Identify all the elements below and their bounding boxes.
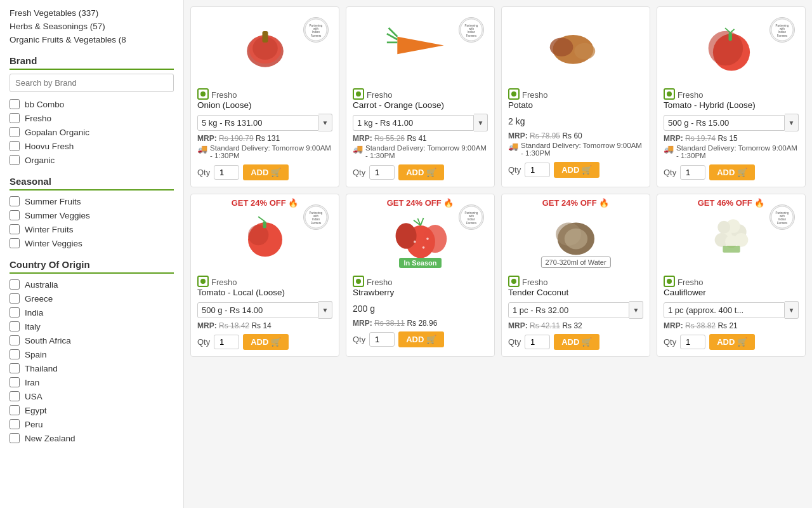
seasonal-checkbox-item[interactable]: Summer Fruits	[10, 194, 174, 208]
brand-checkbox[interactable]	[10, 113, 20, 123]
seasonal-checkbox[interactable]	[10, 210, 20, 220]
seasonal-checkbox[interactable]	[10, 224, 20, 234]
mrp-line: MRP: Rs 38.11 Rs 28.96	[353, 319, 488, 328]
price-dropdown-arrow-icon[interactable]: ▼	[785, 114, 799, 131]
price-dropdown-arrow-icon[interactable]: ▼	[318, 114, 332, 131]
delivery-info: 🚚Standard Delivery: Tomorrow 9:00AM - 1:…	[197, 144, 332, 159]
country-checkbox-item[interactable]: Thailand	[10, 361, 174, 375]
price-dropdown-arrow-icon[interactable]: ▼	[318, 301, 332, 319]
seasonal-checkbox-item[interactable]: Summer Veggies	[10, 208, 174, 222]
country-checkbox-item[interactable]: Spain	[10, 347, 174, 361]
country-checkbox-item[interactable]: USA	[10, 389, 174, 403]
add-to-cart-button[interactable]: ADD 🛒	[243, 334, 289, 350]
brand-checkbox[interactable]	[10, 141, 20, 151]
svg-rect-33	[263, 222, 266, 229]
country-checkbox-item[interactable]: Australia	[10, 277, 174, 291]
add-to-cart-button[interactable]: ADD 🛒	[243, 164, 289, 180]
product-name: Cauliflower	[664, 288, 799, 297]
sidebar-category-item[interactable]: Herbs & Seasonings (57)	[10, 20, 174, 33]
fresho-partners-logo: PartneringwithIndianFarmers	[459, 17, 484, 43]
qty-input[interactable]	[369, 165, 395, 180]
country-checkbox-item[interactable]: Iran	[10, 375, 174, 389]
country-checkbox[interactable]	[10, 349, 20, 359]
price-selector[interactable]: 5 kg - Rs 131.00▼	[197, 114, 332, 131]
mrp-label: MRP:	[197, 134, 217, 143]
qty-add-row: QtyADD 🛒	[353, 331, 488, 347]
country-checkbox-item[interactable]: Peru	[10, 417, 174, 431]
brand-checkbox-item[interactable]: bb Combo	[10, 97, 174, 111]
country-checkbox[interactable]	[10, 335, 20, 345]
add-to-cart-button[interactable]: ADD 🛒	[709, 334, 755, 350]
price-dropdown[interactable]: 1 pc - Rs 32.00	[508, 302, 629, 318]
add-to-cart-button[interactable]: ADD 🛒	[398, 331, 444, 347]
brand-checkbox[interactable]	[10, 127, 20, 137]
country-checkbox[interactable]	[10, 433, 20, 443]
mrp-original-price: Rs 18.42	[219, 321, 249, 330]
qty-input[interactable]	[525, 163, 550, 177]
price-dropdown[interactable]: 500 g - Rs 15.00	[664, 115, 785, 131]
country-checkbox[interactable]	[10, 321, 20, 331]
brand-search-input[interactable]	[10, 74, 174, 92]
price-dropdown-arrow-icon[interactable]: ▼	[629, 301, 643, 319]
country-label: Egypt	[25, 406, 47, 415]
country-checkbox[interactable]	[10, 293, 20, 304]
country-checkbox[interactable]	[10, 377, 20, 387]
price-dropdown[interactable]: 5 kg - Rs 131.00	[197, 115, 318, 131]
country-checkbox-item[interactable]: India	[10, 305, 174, 319]
country-checkbox[interactable]	[10, 307, 20, 318]
svg-rect-23	[728, 32, 731, 41]
price-selector[interactable]: 1 pc - Rs 32.00▼	[508, 301, 643, 319]
price-dropdown[interactable]: 500 g - Rs 14.00	[197, 302, 318, 318]
country-checkbox-item[interactable]: New Zealand	[10, 431, 174, 445]
seasonal-checkbox-item[interactable]: Winter Fruits	[10, 222, 174, 236]
price-selector[interactable]: 1 kg - Rs 41.00▼	[353, 114, 488, 131]
qty-input[interactable]	[214, 335, 239, 349]
mrp-original-price: Rs 19.74	[685, 134, 716, 143]
brand-checkbox-item[interactable]: Fresho	[10, 111, 174, 125]
mrp-original-price: Rs 38.11	[374, 319, 405, 328]
qty-input[interactable]	[525, 335, 550, 349]
sidebar-category-item[interactable]: Organic Fruits & Vegetables (8	[10, 33, 174, 46]
country-checkbox-item[interactable]: Italy	[10, 319, 174, 333]
country-checkbox[interactable]	[10, 279, 20, 290]
price-selector[interactable]: 500 g - Rs 14.00▼	[197, 301, 332, 319]
qty-label: Qty	[508, 165, 521, 175]
price-dropdown[interactable]: 1 kg - Rs 41.00	[353, 115, 474, 131]
qty-input[interactable]	[369, 332, 395, 347]
qty-input[interactable]	[214, 165, 239, 180]
svg-point-19	[549, 38, 573, 57]
country-checkbox[interactable]	[10, 405, 20, 415]
country-checkbox-item[interactable]: Greece	[10, 291, 174, 305]
brand-checkbox-item[interactable]: Organic	[10, 153, 174, 167]
qty-input[interactable]	[680, 335, 705, 349]
brand-checkbox[interactable]	[10, 99, 20, 109]
price-dropdown[interactable]: 1 pc (approx. 400 t...	[664, 302, 785, 318]
svg-text:with: with	[313, 215, 318, 218]
seasonal-checkbox[interactable]	[10, 238, 20, 248]
qty-label: Qty	[508, 337, 521, 347]
brand-checkbox-item[interactable]: Hoovu Fresh	[10, 139, 174, 153]
add-to-cart-button[interactable]: ADD 🛒	[709, 164, 755, 180]
price-dropdown-arrow-icon[interactable]: ▼	[785, 301, 799, 319]
seasonal-checkbox[interactable]	[10, 196, 20, 206]
brand-checkbox-item[interactable]: Gopalan Organic	[10, 125, 174, 139]
brand-checkbox[interactable]	[10, 155, 20, 165]
qty-input[interactable]	[680, 165, 705, 180]
product-weight: 2 kg	[508, 114, 643, 129]
country-checkbox[interactable]	[10, 391, 20, 401]
price-selector[interactable]: 1 pc (approx. 400 t...▼	[664, 301, 799, 319]
country-label: Peru	[25, 420, 43, 429]
seasonal-checkbox-item[interactable]: Winter Veggies	[10, 236, 174, 250]
country-checkbox[interactable]	[10, 419, 20, 429]
sidebar-category-item[interactable]: Fresh Vegetables (337)	[10, 6, 174, 20]
svg-text:with: with	[469, 215, 474, 218]
add-to-cart-button[interactable]: ADD 🛒	[554, 162, 599, 178]
country-checkbox[interactable]	[10, 363, 20, 373]
country-checkbox-item[interactable]: South Africa	[10, 333, 174, 347]
price-selector[interactable]: 500 g - Rs 15.00▼	[664, 114, 799, 131]
price-dropdown-arrow-icon[interactable]: ▼	[474, 114, 488, 131]
add-to-cart-button[interactable]: ADD 🛒	[554, 334, 599, 350]
add-to-cart-button[interactable]: ADD 🛒	[398, 164, 444, 180]
product-name: Strawberry	[353, 288, 488, 297]
country-checkbox-item[interactable]: Egypt	[10, 403, 174, 417]
